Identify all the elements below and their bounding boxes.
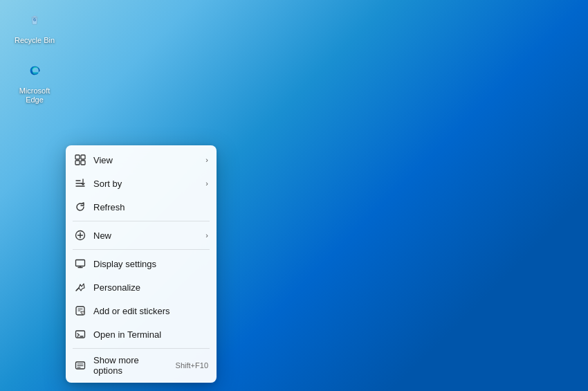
- recycle-bin-label: Recycle Bin: [15, 36, 55, 45]
- more-icon: [74, 359, 86, 372]
- menu-item-stickers[interactable]: Add or edit stickers: [66, 299, 217, 322]
- sort-icon: [74, 177, 86, 190]
- stickers-icon: [74, 304, 86, 317]
- menu-show-more-label: Show more options: [93, 355, 169, 376]
- edge-icon[interactable]: Microsoft Edge: [10, 57, 59, 104]
- menu-item-new[interactable]: New ›: [66, 224, 217, 247]
- menu-item-display-settings[interactable]: Display settings: [66, 252, 217, 275]
- show-more-shortcut: Shift+F10: [176, 361, 208, 370]
- refresh-icon: [74, 201, 86, 213]
- edge-image: [21, 57, 48, 84]
- recycle-bin-image: [21, 7, 48, 33]
- recycle-bin-icon[interactable]: Recycle Bin: [10, 7, 59, 45]
- menu-stickers-label: Add or edit stickers: [93, 306, 208, 316]
- menu-item-terminal[interactable]: Open in Terminal: [66, 322, 217, 346]
- desktop-icons-container: Recycle Bin: [10, 7, 59, 105]
- menu-sort-label: Sort by: [93, 179, 199, 189]
- divider-2: [73, 249, 210, 250]
- menu-item-sort-by[interactable]: Sort by ›: [66, 172, 217, 195]
- menu-display-label: Display settings: [93, 259, 208, 269]
- menu-item-show-more[interactable]: Show more options Shift+F10: [66, 351, 217, 380]
- menu-item-view[interactable]: View ›: [66, 148, 217, 172]
- view-arrow-icon: ›: [205, 156, 208, 164]
- menu-item-personalize[interactable]: Personalize: [66, 275, 217, 299]
- divider-1: [73, 221, 210, 221]
- grid-icon: [74, 154, 86, 166]
- svg-rect-6: [81, 161, 85, 165]
- menu-terminal-label: Open in Terminal: [93, 329, 208, 340]
- wallpaper-graphic: [187, 0, 546, 391]
- personalize-icon: [74, 281, 86, 293]
- menu-refresh-label: Refresh: [93, 202, 208, 212]
- menu-view-label: View: [93, 155, 199, 165]
- svg-rect-10: [76, 260, 85, 266]
- menu-item-refresh[interactable]: Refresh: [66, 195, 217, 219]
- edge-label: Microsoft Edge: [10, 87, 59, 104]
- divider-3: [73, 348, 210, 349]
- menu-new-label: New: [93, 230, 199, 241]
- terminal-icon: [74, 328, 86, 340]
- new-arrow-icon: ›: [205, 231, 208, 239]
- sort-arrow-icon: ›: [205, 179, 208, 188]
- svg-rect-5: [75, 161, 80, 165]
- display-icon: [74, 257, 86, 270]
- context-menu: View › Sort by › Refresh: [66, 145, 217, 383]
- svg-rect-4: [81, 155, 85, 159]
- svg-rect-3: [75, 155, 80, 159]
- menu-personalize-label: Personalize: [93, 282, 208, 293]
- new-icon: [74, 229, 86, 242]
- svg-rect-2: [33, 16, 36, 17]
